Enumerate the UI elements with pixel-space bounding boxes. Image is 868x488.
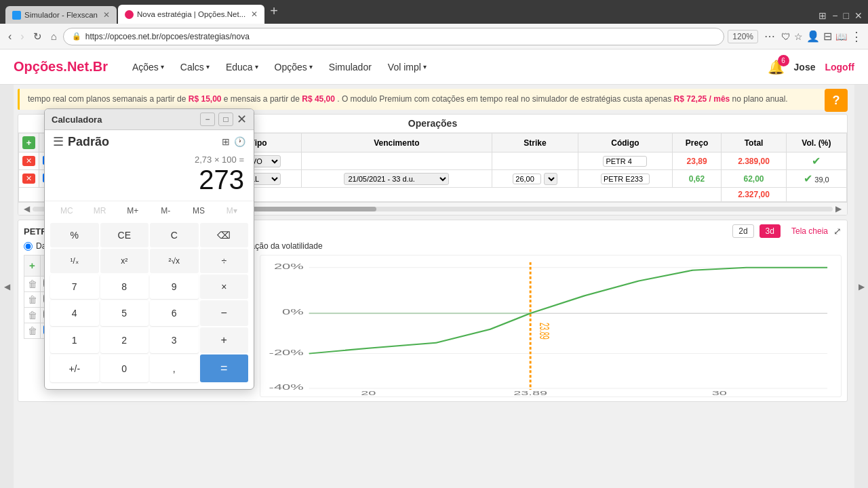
calc-0-btn[interactable]: 0	[100, 354, 149, 382]
calc-minus-btn[interactable]: −	[200, 300, 249, 326]
calc-ms-btn[interactable]: MS	[182, 203, 216, 219]
calc-restore-btn[interactable]: □	[218, 113, 233, 126]
user-name[interactable]: Jose	[794, 62, 816, 73]
calc-multiply-btn[interactable]: ×	[200, 274, 249, 299]
calc-divide-btn[interactable]: ÷	[200, 249, 249, 273]
expand-icon[interactable]: ⤢	[833, 226, 842, 237]
calc-plus-btn[interactable]: +	[200, 327, 249, 353]
zoom-badge[interactable]: 120%	[728, 30, 758, 43]
nav-calcs[interactable]: Calcs ▾	[172, 56, 218, 78]
extensions-icon[interactable]: ⊞	[818, 10, 827, 21]
back-btn[interactable]: ‹	[5, 29, 14, 44]
home-btn[interactable]: ⌂	[48, 29, 60, 43]
tela-cheia-link[interactable]: Tela cheia	[791, 226, 828, 236]
calc-8-btn[interactable]: 8	[100, 274, 149, 299]
calc-ce-btn[interactable]: CE	[100, 223, 149, 247]
calc-2-btn[interactable]: 2	[100, 327, 149, 353]
delete-row2-icon[interactable]: 🗑	[28, 294, 37, 305]
tab-sim-close[interactable]: ✕	[103, 10, 110, 20]
minimize-btn[interactable]: −	[832, 10, 837, 21]
address-bar-row: ‹ › ↻ ⌂ 🔒 https://opcoes.net.br/opcoes/e…	[0, 24, 868, 49]
calc-minimize-btn[interactable]: −	[200, 113, 215, 126]
calc-inv-btn[interactable]: ¹/ₓ	[50, 249, 99, 273]
nav-simulador[interactable]: Simulador	[321, 56, 380, 78]
calc-mode-label: Padrão	[68, 135, 218, 149]
more-options-icon[interactable]: ⋯	[762, 30, 778, 43]
profile-icon[interactable]: 👤	[806, 30, 820, 43]
calc-3-btn[interactable]: 3	[150, 327, 199, 353]
delete-row3-icon[interactable]: 🗑	[28, 310, 37, 321]
bookmark-icon[interactable]: ☆	[794, 31, 803, 42]
row2-strike-input[interactable]	[513, 174, 541, 184]
tab-simulator[interactable]: Simulador - Flexscan ✕	[5, 6, 117, 24]
address-bar[interactable]: 🔒 https://opcoes.net.br/opcoes/estrategi…	[63, 28, 725, 45]
calc-sq-btn[interactable]: x²	[100, 249, 149, 273]
calc-negate-btn[interactable]: +/-	[50, 354, 99, 382]
refresh-btn[interactable]: ↻	[31, 29, 45, 44]
delete-row4-icon[interactable]: 🗑	[28, 325, 37, 336]
calc-equals-btn[interactable]: =	[200, 354, 249, 382]
new-tab-btn[interactable]: +	[266, 3, 282, 19]
brand[interactable]: Opções.Net.Br	[14, 59, 108, 75]
info-text4: no plano anual.	[732, 94, 788, 104]
calc-memory-row: MC MR M+ M- MS M▾	[45, 201, 254, 220]
add-data-row-btn[interactable]: +	[29, 260, 35, 270]
sidebar-toggle-right[interactable]: ▶	[854, 85, 868, 488]
day-2d-btn[interactable]: 2d	[732, 224, 753, 238]
calc-mplus-btn[interactable]: M+	[116, 203, 149, 219]
sidebar-toggle-left[interactable]: ◀	[0, 85, 14, 488]
nav-acoes[interactable]: Ações ▾	[124, 56, 172, 78]
calc-expression: 2,73 × 100 =	[45, 153, 254, 165]
tab-nova-close[interactable]: ✕	[251, 9, 258, 19]
calc-menu-btn[interactable]: ☰	[53, 134, 64, 149]
calc-mdown-btn[interactable]: M▾	[215, 203, 248, 219]
calc-7-btn[interactable]: 7	[50, 274, 99, 299]
reading-icon[interactable]: 📖	[835, 31, 847, 42]
maximize-btn[interactable]: □	[844, 10, 849, 21]
calc-decimal-btn[interactable]: ,	[150, 354, 199, 382]
calc-mminus-btn[interactable]: M-	[149, 203, 182, 219]
scroll-right-arrow[interactable]: ▶	[833, 204, 844, 214]
forward-btn[interactable]: ›	[18, 29, 26, 44]
calc-mc-btn[interactable]: MC	[50, 203, 83, 219]
row2-codigo-input[interactable]	[601, 174, 650, 184]
calc-history-btn[interactable]: 🕐	[234, 136, 245, 147]
day-3d-btn[interactable]: 3d	[760, 224, 781, 238]
row2-venc-select[interactable]: 21/05/2021 - 33 d.u.	[344, 173, 449, 185]
calc-percent-btn[interactable]: %	[50, 223, 99, 247]
tab-nova-estrategia[interactable]: Nova estratégia | Opções.Net... ✕	[118, 5, 264, 24]
nav-opcoes[interactable]: Opções ▾	[267, 56, 321, 78]
tab-nova-icon	[125, 10, 134, 19]
row2-check-green: ✔	[804, 173, 812, 184]
scroll-left-arrow[interactable]: ◀	[21, 204, 33, 214]
help-btn[interactable]: ?	[825, 89, 848, 112]
calc-c-btn[interactable]: C	[150, 223, 199, 247]
calc-5-btn[interactable]: 5	[100, 300, 149, 326]
logoff-btn[interactable]: Logoff	[825, 62, 854, 73]
nav-calcs-arrow: ▾	[206, 63, 210, 70]
close-btn[interactable]: ✕	[854, 10, 863, 21]
menu-dots-icon[interactable]: ⋮	[850, 29, 863, 44]
calc-4-btn[interactable]: 4	[50, 300, 99, 326]
nav-opcoes-arrow: ▾	[309, 63, 313, 70]
calc-sqrt-btn[interactable]: ²√x	[150, 249, 199, 273]
row2-strike-select[interactable]	[544, 173, 557, 185]
calc-mode-icon-btn[interactable]: ⊞	[222, 136, 230, 147]
nav-acoes-arrow: ▾	[161, 63, 164, 70]
nav-educa[interactable]: Educa ▾	[218, 56, 267, 78]
remove-row1-btn[interactable]: ✕	[22, 156, 35, 166]
browser-tabs: Simulador - Flexscan ✕ Nova estratégia |…	[5, 0, 282, 24]
delete-row1-icon[interactable]: 🗑	[28, 279, 37, 289]
add-operation-btn[interactable]: +	[22, 136, 36, 149]
sidebar-icon[interactable]: ⊟	[823, 30, 832, 43]
calc-9-btn[interactable]: 9	[150, 274, 199, 299]
nav-volimpl[interactable]: Vol impl ▾	[380, 56, 435, 78]
calc-mr-btn[interactable]: MR	[83, 203, 117, 219]
calc-backspace-btn[interactable]: ⌫	[200, 223, 249, 247]
calc-6-btn[interactable]: 6	[150, 300, 199, 326]
remove-row2-btn[interactable]: ✕	[22, 174, 35, 184]
notification-bell[interactable]: 🔔 6	[768, 59, 785, 75]
calc-close-btn[interactable]: ✕	[237, 113, 247, 125]
calc-1-btn[interactable]: 1	[50, 327, 99, 353]
row1-codigo-input[interactable]	[603, 156, 647, 167]
